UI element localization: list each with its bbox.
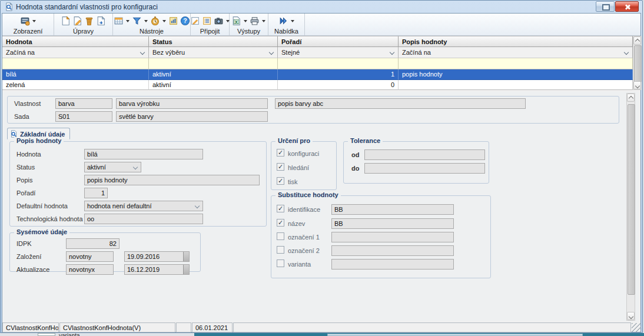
print-dropdown-caret[interactable]: [262, 20, 265, 22]
varianta-checkbox-label: varianta: [288, 261, 311, 268]
chevron-down-icon: [635, 84, 639, 88]
nazev-field: BB: [331, 218, 454, 229]
identifikace-checkbox[interactable]: ✓: [277, 205, 284, 212]
background-window-field-fragment: [327, 334, 583, 336]
statusbar-date-panel: 06.01.2021: [192, 322, 233, 332]
hodnota-field: bílá: [84, 149, 203, 159]
filter-input-status[interactable]: [149, 58, 278, 69]
filter-operator-popis-hodnoty[interactable]: Začíná na: [399, 47, 633, 58]
chevron-up-icon: [628, 96, 633, 101]
close-button[interactable]: [615, 1, 639, 12]
chevron-down-icon: [390, 50, 394, 55]
vlastnost-description-field: popis barvy abc: [275, 98, 526, 109]
list-icon[interactable]: [202, 16, 212, 26]
statusbar-message-panel: [233, 322, 631, 332]
toolbar-group-label: Připojit: [191, 28, 229, 35]
report-icon[interactable]: [168, 16, 178, 26]
od-label: od: [351, 151, 359, 158]
scroll-down-button[interactable]: [627, 312, 635, 320]
window-title: Hodnota standardní vlastnosti pro konfig…: [16, 3, 158, 11]
filter-dropdown-caret[interactable]: [144, 20, 148, 22]
views-dropdown-caret[interactable]: [32, 20, 36, 22]
delete-record-icon[interactable]: [84, 16, 94, 26]
camera-dropdown-caret[interactable]: [226, 20, 230, 22]
substituce-hodnoty-legend: Substituce hodnoty: [275, 191, 341, 198]
oznaceni-1-checkbox[interactable]: [277, 232, 284, 240]
chevron-down-icon: [140, 50, 145, 55]
column-header-poradi[interactable]: Pořadí: [278, 36, 399, 47]
table-row[interactable]: zelená aktivní 0: [2, 80, 633, 90]
chevron-down-icon: [195, 204, 200, 208]
filter-icon[interactable]: [132, 16, 142, 26]
filter-input-hodnota[interactable]: [2, 58, 149, 69]
scroll-up-button[interactable]: [627, 94, 635, 102]
camera-icon[interactable]: [214, 16, 224, 26]
filter-operator-hodnota[interactable]: Začíná na: [2, 47, 149, 58]
konfiguraci-checkbox[interactable]: ✓: [277, 149, 284, 157]
nazev-checkbox-label: název: [288, 220, 305, 227]
copy-record-icon[interactable]: [96, 16, 106, 26]
menu-dropdown-caret[interactable]: [291, 20, 294, 22]
excel-dropdown-caret[interactable]: [244, 20, 247, 22]
filter-operator-status[interactable]: Bez výběru: [149, 47, 278, 58]
vlastnost-code-field: barva: [55, 98, 112, 109]
poradi-label: Pořadí: [16, 189, 35, 197]
resize-grip[interactable]: [632, 323, 641, 332]
aktualizace-label: Aktualizace: [16, 266, 49, 273]
grid-scrollbar[interactable]: [633, 36, 642, 90]
filter-input-popis-hodnoty[interactable]: [399, 58, 633, 69]
aktualizace-user-field: novotnyx: [66, 264, 114, 275]
tolerance-legend: Tolerance: [348, 137, 383, 144]
background-window-sliver: varianta: [0, 333, 644, 336]
background-window-text-fragment: varianta: [59, 333, 80, 336]
popis-label: Popis: [16, 177, 33, 184]
poradi-field: 1: [84, 188, 108, 198]
application-screen: Hodnota standardní vlastnosti pro konfig…: [0, 0, 644, 336]
table-settings-icon[interactable]: [114, 16, 124, 26]
filter-input-poradi[interactable]: [278, 58, 399, 69]
history-dropdown-caret[interactable]: [162, 20, 166, 22]
column-header-status[interactable]: Status: [149, 36, 278, 47]
idpk-label: IDPK: [16, 240, 32, 247]
scroll-up-button[interactable]: [633, 36, 641, 45]
svg-text:X: X: [235, 19, 238, 25]
statusbar-view-panel: CVlastnostKonfHodnota(V): [59, 322, 175, 332]
history-icon[interactable]: [150, 16, 160, 26]
table-row-selected[interactable]: bílá aktivní 1 popis hodnoty: [2, 69, 633, 80]
filter-operator-poradi[interactable]: Stejné: [278, 47, 399, 58]
varianta-field: [331, 259, 454, 270]
scroll-down-button[interactable]: [633, 81, 641, 89]
nazev-checkbox[interactable]: ✓: [277, 219, 284, 227]
systemove-udaje-legend: Sysémové údaje: [14, 228, 69, 235]
scrollbar-thumb[interactable]: [634, 45, 642, 82]
detail-scrollbar[interactable]: [626, 93, 635, 321]
vlastnost-label: Vlastnost: [14, 100, 41, 107]
chevron-down-icon: [133, 165, 138, 169]
date-spinner: [183, 265, 189, 274]
status-label: Status: [16, 164, 35, 171]
hledani-checkbox[interactable]: ✓: [277, 163, 284, 171]
restore-button[interactable]: [596, 1, 615, 12]
views-icon[interactable]: [20, 16, 30, 26]
column-header-hodnota[interactable]: Hodnota: [2, 36, 149, 47]
table-settings-dropdown-caret[interactable]: [126, 20, 130, 22]
toolbar-group-upravy: Úpravy: [54, 14, 113, 35]
statusbar-empty-panel: [176, 322, 191, 332]
column-header-popis-hodnoty[interactable]: Popis hodnoty: [399, 36, 633, 47]
menu-icon[interactable]: [278, 16, 288, 26]
grid-filter-input-row: [2, 58, 633, 69]
oznaceni-2-checkbox[interactable]: [277, 246, 284, 254]
tisk-checkbox[interactable]: ✓: [277, 177, 284, 185]
edit-record-icon[interactable]: [72, 16, 82, 26]
toolbar-group-zobrazeni: Zobrazení: [2, 14, 54, 35]
print-icon[interactable]: [250, 16, 260, 26]
help-icon[interactable]: ?: [180, 16, 190, 26]
background-window-checkbox-fragment: [38, 333, 55, 336]
varianta-checkbox[interactable]: [277, 260, 284, 267]
sada-code-field: S01: [55, 111, 112, 122]
excel-export-icon[interactable]: X: [231, 16, 241, 26]
scrollbar-thumb[interactable]: [628, 104, 635, 295]
oznaceni-1-checkbox-label: označení 1: [288, 234, 320, 241]
note-icon[interactable]: [190, 16, 200, 26]
new-record-icon[interactable]: [61, 16, 71, 26]
